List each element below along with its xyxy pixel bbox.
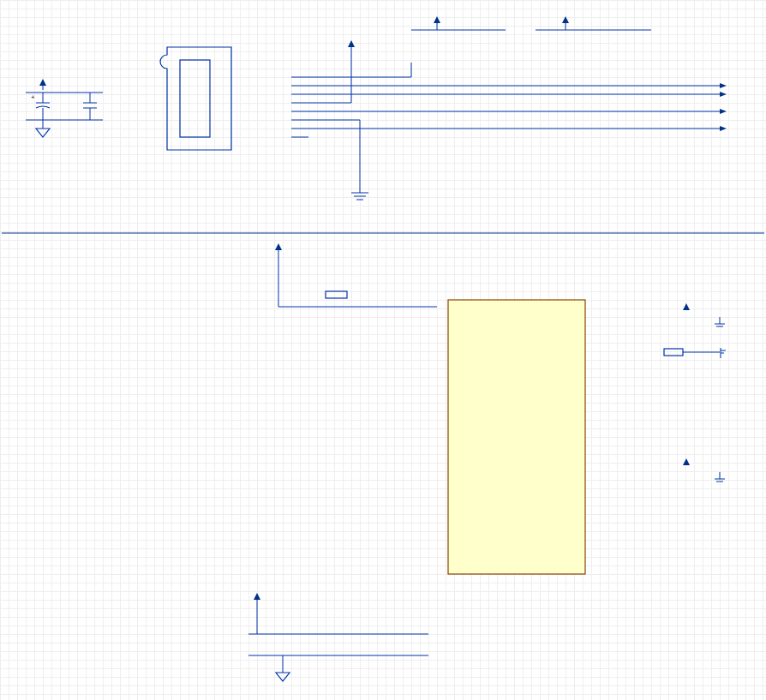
sd-card-module: + (26, 16, 727, 200)
svg-marker-23 (562, 16, 569, 23)
svg-rect-43 (326, 291, 347, 298)
right-power (664, 303, 726, 482)
sd-outline (160, 47, 231, 150)
decoupling-caps: + (26, 79, 103, 137)
power-arrow-icon (348, 40, 355, 47)
svg-marker-44 (683, 303, 690, 310)
schematic-canvas: + (0, 0, 766, 700)
svg-rect-52 (664, 349, 683, 356)
svg-text:+: + (31, 93, 35, 101)
svg-marker-5 (720, 92, 727, 97)
mcu-module (248, 243, 726, 681)
sd-inner (180, 60, 210, 137)
bottom-caps (248, 593, 428, 681)
svg-marker-63 (276, 673, 290, 681)
svg-marker-25 (39, 79, 46, 86)
svg-marker-7 (720, 126, 727, 131)
sd-signals (291, 83, 727, 131)
svg-marker-6 (720, 109, 727, 114)
svg-marker-58 (254, 593, 260, 600)
mcu-ic (448, 300, 585, 574)
svg-marker-20 (434, 16, 440, 23)
svg-marker-48 (683, 458, 690, 465)
svg-marker-40 (275, 243, 282, 250)
svg-marker-4 (720, 83, 727, 88)
svg-marker-37 (36, 129, 50, 137)
